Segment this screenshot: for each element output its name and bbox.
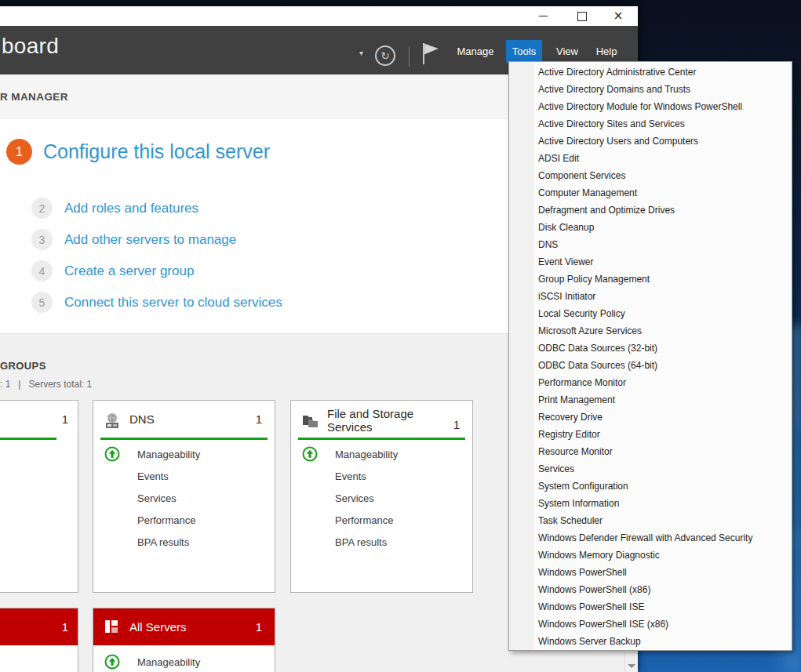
group-tile-partial-alert[interactable]: 1 <box>0 608 78 672</box>
toolbar-separator <box>409 46 410 67</box>
tile-row-events[interactable]: Events <box>93 465 275 487</box>
step-number-badge: 3 <box>31 229 53 250</box>
server-count: 1 <box>256 412 262 426</box>
menu-tools[interactable]: Tools <box>506 40 542 63</box>
close-icon: × <box>613 6 624 26</box>
tile-title: DNS <box>129 412 155 426</box>
tile-row-manageability[interactable]: Manageability <box>291 443 472 465</box>
groups-summary: : 1 | Servers total: 1 <box>0 379 92 390</box>
step-label: Add roles and features <box>64 198 198 219</box>
groups-section-heading: GROUPS <box>0 360 46 372</box>
status-bar-green <box>0 438 56 440</box>
row-label: Performance <box>137 514 195 526</box>
tile-row-bpa-results[interactable]: BPA results <box>291 531 472 553</box>
row-label: Events <box>137 470 169 482</box>
tools-menu-item[interactable]: ODBC Data Sources (64-bit) <box>509 357 792 374</box>
tools-menu-item[interactable]: iSCSI Initiator <box>509 288 792 305</box>
tile-title: File and Storage Services <box>327 407 424 434</box>
step-number-badge: 5 <box>31 292 53 313</box>
tile-row-manageability[interactable]: Manageability <box>93 443 275 465</box>
row-label: BPA results <box>137 536 189 548</box>
row-label: Manageability <box>335 449 398 460</box>
tools-menu-item[interactable]: Windows Memory Diagnostic <box>509 547 792 564</box>
tile-row-performance[interactable]: Performance <box>291 509 472 531</box>
step-label: Add other servers to manage <box>64 229 236 250</box>
menu-help[interactable]: Help <box>589 40 624 63</box>
chevron-down-icon[interactable]: ▾ <box>359 49 363 57</box>
refresh-icon: ↻ <box>380 48 390 64</box>
tools-menu-item[interactable]: ODBC Data Sources (32-bit) <box>509 340 792 357</box>
manageability-up-icon <box>302 446 318 462</box>
tools-menu-item[interactable]: Windows Server Backup <box>509 633 792 650</box>
tools-menu-item[interactable]: Windows PowerShell (x86) <box>509 581 792 598</box>
row-label: Manageability <box>137 656 200 668</box>
menu-manage[interactable]: Manage <box>453 40 497 63</box>
tools-menu-item[interactable]: System Information <box>509 495 792 512</box>
row-label: Performance <box>335 514 393 526</box>
tools-menu-item[interactable]: Active Directory Administrative Center <box>509 64 792 81</box>
tools-menu-item[interactable]: Windows PowerShell <box>509 564 792 581</box>
role-tile-partial[interactable]: 1 <box>0 400 78 593</box>
role-tile-file-storage-services[interactable]: File and Storage Services 1 Manageabilit… <box>290 400 473 593</box>
group-tile-all-servers[interactable]: All Servers 1 Manageability <box>93 608 275 672</box>
refresh-button[interactable]: ↻ <box>375 45 395 66</box>
row-label: Manageability <box>137 449 200 460</box>
server-count: 1 <box>256 620 262 634</box>
tools-menu-item[interactable]: Active Directory Users and Computers <box>509 133 792 150</box>
step-label: Connect this server to cloud services <box>64 292 282 313</box>
role-tile-dns[interactable]: DNS 1 Manageability Events <box>93 400 275 593</box>
tile-row-events[interactable]: Events <box>291 465 472 487</box>
step-label: Configure this local server <box>43 139 270 165</box>
row-label: Services <box>335 492 374 504</box>
tools-menu-item[interactable]: Event Viewer <box>509 253 792 271</box>
tools-menu-item[interactable]: Task Scheduler <box>509 512 792 529</box>
breadcrumb: R MANAGER <box>0 91 68 103</box>
step-number-badge: 4 <box>31 260 53 282</box>
status-bar-green <box>100 438 268 440</box>
tile-row-performance[interactable]: Performance <box>93 509 275 531</box>
scroll-down-arrow-icon[interactable] <box>628 664 635 668</box>
tools-menu-item[interactable]: Registry Editor <box>509 426 792 443</box>
tools-menu-item[interactable]: DNS <box>509 236 792 253</box>
step-number-badge: 1 <box>6 139 32 165</box>
folders-icon <box>301 412 319 433</box>
tools-menu-item[interactable]: Performance Monitor <box>509 374 792 391</box>
tile-row-services[interactable]: Services <box>291 487 472 509</box>
tile-row-manageability[interactable]: Manageability <box>93 651 275 672</box>
screen: × board ▾ ↻ Manage Tools View Help R MAN… <box>0 0 801 672</box>
minimize-icon <box>539 16 548 16</box>
tools-menu-item[interactable]: Active Directory Sites and Services <box>509 115 792 133</box>
tools-menu-item[interactable]: ADSI Edit <box>509 150 792 167</box>
tools-menu-item[interactable]: Recovery Drive <box>509 409 792 426</box>
tools-menu-item[interactable]: Windows PowerShell ISE <box>509 598 792 616</box>
tools-menu-item[interactable]: Windows PowerShell ISE (x86) <box>509 616 792 633</box>
tools-menu-item[interactable]: Local Security Policy <box>509 305 792 322</box>
notifications-flag-button[interactable] <box>419 40 441 67</box>
flag-icon <box>419 40 441 67</box>
tools-menu-item[interactable]: Print Management <box>509 391 792 409</box>
tools-menu-item[interactable]: Microsoft Azure Services <box>509 322 792 340</box>
close-button[interactable]: × <box>603 6 634 26</box>
menu-view[interactable]: View <box>549 40 585 63</box>
tools-menu-item[interactable]: Services <box>509 460 792 478</box>
row-label: Services <box>137 492 177 504</box>
server-count: 1 <box>453 418 460 431</box>
row-label: Events <box>335 470 366 482</box>
minimize-button[interactable] <box>527 6 559 26</box>
title-bar[interactable]: × <box>0 6 638 26</box>
tools-menu-item[interactable]: Computer Management <box>509 184 792 202</box>
step-label: Create a server group <box>64 260 194 282</box>
tools-menu-item[interactable]: Windows Defender Firewall with Advanced … <box>509 529 792 547</box>
tools-menu-item[interactable]: Disk Cleanup <box>509 219 792 236</box>
tile-row-bpa-results[interactable]: BPA results <box>93 531 275 553</box>
tools-menu-item[interactable]: Defragment and Optimize Drives <box>509 202 792 219</box>
tile-row-services[interactable]: Services <box>93 487 275 509</box>
tools-menu-item[interactable]: Active Directory Domains and Trusts <box>509 81 792 98</box>
maximize-button[interactable] <box>566 6 598 26</box>
step-number-badge: 2 <box>31 198 53 219</box>
tools-menu-item[interactable]: Group Policy Management <box>509 271 792 288</box>
tools-menu-item[interactable]: Active Directory Module for Windows Powe… <box>509 98 792 115</box>
tools-menu-item[interactable]: Component Services <box>509 167 792 184</box>
tools-menu-item[interactable]: System Configuration <box>509 478 792 495</box>
tools-menu-item[interactable]: Resource Monitor <box>509 443 792 460</box>
